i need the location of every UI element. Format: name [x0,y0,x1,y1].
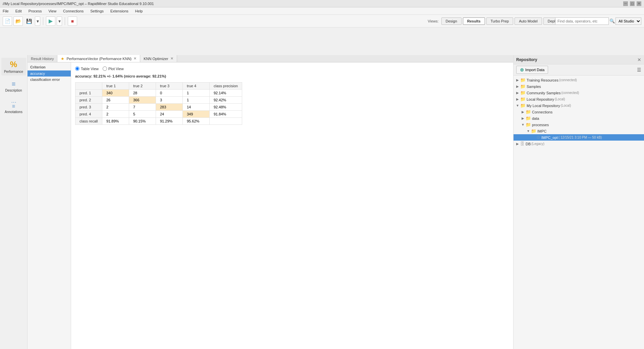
row-label-pred4: pred. 4 [75,111,102,118]
menu-connections[interactable]: Connections [62,8,85,14]
menu-file[interactable]: File [1,8,10,14]
new-button[interactable]: 📄 [3,16,12,26]
cell-recall-2: 90.15% [129,118,156,125]
repository-menu-icon[interactable]: ☰ [637,67,641,72]
criteria-accuracy[interactable]: accuracy [28,70,71,77]
tree-item-samples[interactable]: ▶ 📁 Samples [514,83,644,90]
row-label-pred3: pred. 3 [75,104,102,111]
menu-extensions[interactable]: Extensions [109,8,130,14]
turbo-prep-view-button[interactable]: Turbo Prep [486,17,514,25]
restore-button[interactable]: ◻ [630,1,635,6]
row-label-pred1: pred. 1 [75,90,102,97]
tree-item-db[interactable]: ▶ 🗄 DB (Legacy) [514,141,644,147]
folder-icon-local-repository: 📁 [520,97,526,102]
menu-edit[interactable]: Edit [14,8,23,14]
plot-view-radio[interactable] [103,66,107,71]
plot-view-radio-label[interactable]: Plot View [103,66,124,71]
menu-bar: File Edit Process View Connections Setti… [0,7,644,15]
table-row: pred. 1 340 28 0 1 92.14% [75,90,242,97]
search-input[interactable] [555,17,609,25]
tree-item-data[interactable]: ▶ 📁 data [514,115,644,121]
tree-label-db: DB [526,142,531,146]
tree-meta-training-resources: (connected) [559,78,577,82]
tree-item-connections[interactable]: ▶ 📁 Connections [514,109,644,115]
tab1-close-icon[interactable]: ✕ [133,56,137,61]
criteria-classification-error[interactable]: classification error [28,77,71,83]
results-view-button[interactable]: Results [463,17,485,25]
tree-item-processes[interactable]: ▼ 📁 processes [514,121,644,128]
performance-icon: % [10,60,17,69]
cell-pred1-true2: 28 [129,90,156,97]
sidebar-item-performance[interactable]: % Performance [1,58,26,76]
cell-pred1-true4: 1 [183,90,210,97]
tree-arrow-my-local-repository: ▼ [515,104,520,107]
menu-settings[interactable]: Settings [89,8,105,14]
import-plus-icon: ⊕ [520,67,524,72]
row-label-pred2: pred. 2 [75,97,102,104]
folder-icon-connections: 📁 [526,109,531,114]
col-header-true3: true 3 [156,83,183,90]
search-scope-select[interactable]: All Studio [615,17,641,25]
tab-knn-optimizer[interactable]: KNN Optimizer ✕ [140,55,177,62]
tab2-close-icon[interactable]: ✕ [170,56,173,61]
tree-label-training-resources: Training Resources [527,78,558,82]
tree-arrow-db: ▶ [515,142,520,146]
tree-item-my-local-repository[interactable]: ▼ 📁 My Local Repository (Local) [514,102,644,109]
menu-process[interactable]: Process [27,8,43,14]
tree-item-impc[interactable]: ▼ 📁 IMPC [514,128,644,134]
save-button[interactable]: 💾 [24,16,34,26]
table-row: pred. 3 2 7 283 14 92.48% [75,104,242,111]
sidebar-item-performance-label: Performance [4,70,23,73]
cell-pred2-true4: 1 [183,97,210,104]
run-dropdown[interactable]: ▾ [57,16,62,26]
plot-view-label: Plot View [108,67,124,71]
app-title: //My Local Repository/processes/IMPC/IMP… [3,2,154,6]
import-data-button[interactable]: ⊕ Import Data [516,66,548,74]
open-button[interactable]: 📂 [13,16,23,26]
tree-item-local-repository[interactable]: ▶ 📁 Local Repository (Local) [514,96,644,102]
table-row-recall: class recall 91.89% 90.15% 91.29% 95.62% [75,118,242,125]
repository-tree: ▶ 📁 Training Resources (connected) ▶ 📁 S… [514,76,644,349]
row-label-recall: class recall [75,118,102,125]
menu-help[interactable]: Help [134,8,144,14]
tree-label-data: data [532,116,539,120]
folder-icon-processes: 📁 [526,122,531,127]
import-data-label: Import Data [525,68,544,72]
cell-recall-5 [210,118,242,125]
tab-performance-vector[interactable]: ★ PerformanceVector (Performance KNN) ✕ [57,55,140,62]
run-button[interactable]: ▶ [46,16,55,26]
tree-meta-db: (Legacy) [531,142,544,146]
criteria-header: Criterion [28,64,71,70]
save-dropdown[interactable]: ▾ [35,16,40,26]
tree-meta-community-samples: (connected) [561,91,579,95]
design-view-button[interactable]: Design [441,17,462,25]
tree-label-connections: Connections [532,110,552,114]
repository-toolbar: ⊕ Import Data ☰ [514,64,644,76]
tree-item-training-resources[interactable]: ▶ 📁 Training Resources (connected) [514,77,644,83]
col-header-true4: true 4 [183,83,210,90]
table-row: pred. 4 2 5 24 349 91.84% [75,111,242,118]
result-header: Result History ★ PerformanceVector (Perf… [28,55,513,62]
sidebar-item-annotations[interactable]: ⋯ ≡ Annotations [1,97,26,116]
table-view-radio-label[interactable]: Table View [75,66,99,71]
tab1-icon: ★ [61,56,64,61]
stop-button[interactable]: ■ [68,16,77,26]
cell-pred3-true3: 283 [156,104,183,111]
db-icon: 🗄 [520,141,525,146]
cell-pred2-true2: 366 [129,97,156,104]
menu-view[interactable]: View [47,8,58,14]
repository-close-icon[interactable]: ✕ [637,57,641,62]
sidebar-item-description[interactable]: ≡ Description [1,78,26,94]
cell-pred2-precision: 92.42% [210,97,242,104]
close-button[interactable]: ✕ [637,1,641,6]
tab2-label: KNN Optimizer [144,57,168,61]
sidebar-item-description-label: Description [5,89,22,92]
auto-model-view-button[interactable]: Auto Model [515,17,542,25]
minimize-button[interactable]: ─ [623,1,628,6]
tree-item-impc-opt[interactable]: ⚙ IMPC_opt ( 12/15/21 3:10 PM — 50 kB) [514,134,644,141]
toolbar: 📄 📂 💾 ▾ ▶ ▾ ■ Views: Design Results Turb… [0,15,644,28]
table-view-radio[interactable] [75,66,79,71]
tree-arrow-data: ▶ [520,116,526,120]
col-header-precision: class precision [210,83,242,90]
tree-item-community-samples[interactable]: ▶ 📁 Community Samples (connected) [514,90,644,96]
